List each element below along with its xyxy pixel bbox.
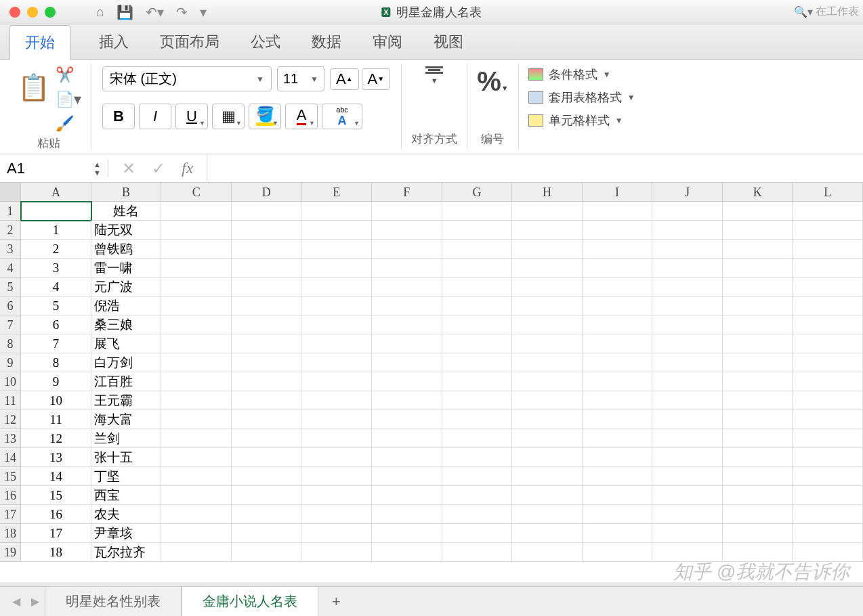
cell[interactable] <box>793 448 863 467</box>
cell[interactable] <box>583 240 653 259</box>
tab-insert[interactable]: 插入 <box>96 25 131 59</box>
cell[interactable] <box>161 524 232 543</box>
cell[interactable] <box>652 221 723 240</box>
cell[interactable]: 展飞 <box>91 334 162 353</box>
cell[interactable] <box>652 505 723 524</box>
row-header[interactable]: 18 <box>0 524 21 543</box>
cell[interactable] <box>512 505 583 524</box>
cell[interactable] <box>723 315 793 334</box>
cell[interactable] <box>372 486 442 505</box>
cell[interactable] <box>301 505 372 524</box>
cell[interactable] <box>723 486 793 505</box>
cell[interactable] <box>652 429 723 448</box>
cell[interactable]: 11 <box>21 410 91 429</box>
cell[interactable] <box>232 505 302 524</box>
cell[interactable] <box>793 259 863 278</box>
cell[interactable]: 17 <box>21 524 91 543</box>
cell[interactable] <box>442 372 513 391</box>
cell[interactable] <box>652 334 723 353</box>
cell[interactable] <box>652 240 723 259</box>
cell[interactable] <box>301 391 372 410</box>
cell[interactable] <box>161 429 232 448</box>
row-header[interactable]: 14 <box>0 448 21 467</box>
cell[interactable] <box>723 372 793 391</box>
cell[interactable] <box>793 429 863 448</box>
cell[interactable] <box>583 467 653 486</box>
traffic-close[interactable] <box>9 7 20 18</box>
cell[interactable] <box>372 240 442 259</box>
cell[interactable] <box>232 486 302 505</box>
cell[interactable] <box>232 543 302 562</box>
cell[interactable] <box>512 543 583 562</box>
cell[interactable]: 白万剑 <box>91 353 162 372</box>
cell[interactable] <box>723 296 793 315</box>
row-header[interactable]: 5 <box>0 278 21 296</box>
italic-button[interactable]: I <box>139 104 171 129</box>
column-header-A[interactable]: A <box>21 183 91 201</box>
qat-customize-icon[interactable]: ▾ <box>200 4 207 20</box>
cell[interactable] <box>793 486 863 505</box>
increase-font-button[interactable]: A▲ <box>330 68 359 90</box>
cell[interactable] <box>372 429 442 448</box>
cell[interactable]: 5 <box>21 296 91 315</box>
fill-color-button[interactable]: 🪣▼ <box>249 104 281 129</box>
cell[interactable]: 海大富 <box>91 410 162 429</box>
cell[interactable] <box>301 353 372 372</box>
cell[interactable] <box>583 202 653 221</box>
cell[interactable]: 曾铁鸥 <box>91 240 162 259</box>
cell[interactable] <box>512 372 583 391</box>
traffic-minimize[interactable] <box>27 7 38 18</box>
cell[interactable] <box>301 334 372 353</box>
cell[interactable] <box>442 202 513 221</box>
cell[interactable] <box>372 278 442 296</box>
cell[interactable]: 8 <box>21 353 91 372</box>
cell[interactable]: 雷一啸 <box>91 259 162 278</box>
cell[interactable] <box>232 467 302 486</box>
row-header[interactable]: 15 <box>0 467 21 486</box>
cell[interactable] <box>723 240 793 259</box>
cell[interactable] <box>723 278 793 296</box>
decrease-font-button[interactable]: A▼ <box>362 68 391 90</box>
cell[interactable]: 12 <box>21 429 91 448</box>
sheet-tab-2[interactable]: 金庸小说人名表 <box>182 586 318 617</box>
cell[interactable] <box>442 467 513 486</box>
cell[interactable] <box>161 505 232 524</box>
tab-view[interactable]: 视图 <box>431 25 466 59</box>
cell[interactable] <box>161 391 232 410</box>
cell[interactable] <box>372 372 442 391</box>
cell[interactable]: 王元霸 <box>91 391 162 410</box>
cell[interactable]: 2 <box>21 240 91 259</box>
search-icon[interactable]: 🔍▾ <box>794 5 813 18</box>
cell[interactable] <box>372 202 442 221</box>
row-header[interactable]: 1 <box>0 202 21 221</box>
cell[interactable]: 陆无双 <box>91 221 162 240</box>
name-box[interactable]: A1 ▲▼ <box>0 160 108 177</box>
paste-button[interactable]: 📋 <box>16 66 50 108</box>
cut-icon[interactable]: ✂️ <box>56 66 81 84</box>
cell[interactable] <box>301 486 372 505</box>
cell[interactable] <box>793 391 863 410</box>
cell[interactable] <box>583 391 653 410</box>
cell[interactable] <box>512 259 583 278</box>
cell[interactable] <box>793 467 863 486</box>
cell[interactable] <box>442 524 513 543</box>
column-header-J[interactable]: J <box>652 183 723 201</box>
cell[interactable] <box>161 240 232 259</box>
cell[interactable] <box>161 315 232 334</box>
qat-save-icon[interactable]: 💾 <box>117 4 133 20</box>
cell[interactable] <box>161 353 232 372</box>
cell[interactable] <box>442 240 513 259</box>
sheet-nav-prev[interactable]: ◀ <box>7 595 26 608</box>
cell[interactable]: 4 <box>21 278 91 296</box>
cell[interactable] <box>583 448 653 467</box>
column-header-B[interactable]: B <box>91 183 162 201</box>
cell[interactable] <box>232 202 302 221</box>
cell[interactable] <box>793 334 863 353</box>
cell[interactable] <box>232 524 302 543</box>
cell[interactable] <box>793 202 863 221</box>
cell[interactable] <box>442 315 513 334</box>
cell[interactable]: 1 <box>21 221 91 240</box>
cell[interactable] <box>583 221 653 240</box>
cell[interactable]: 15 <box>21 486 91 505</box>
cell[interactable] <box>723 202 793 221</box>
